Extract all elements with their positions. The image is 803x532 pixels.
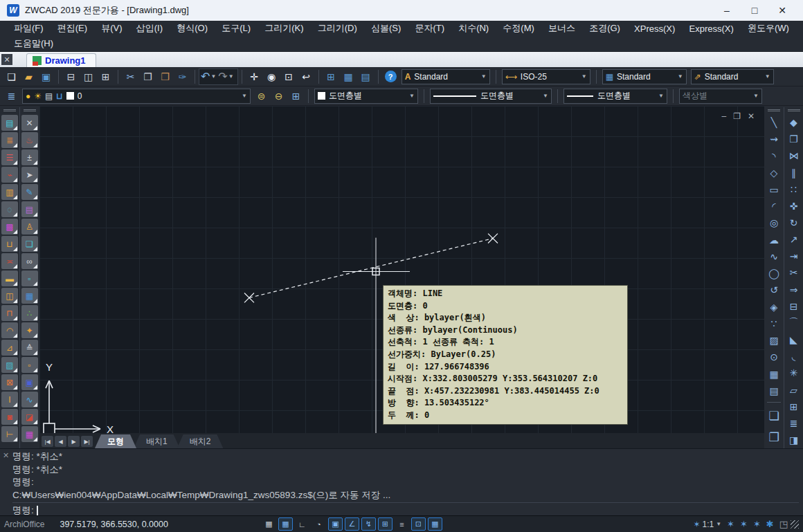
- menu-item-17[interactable]: 윈도우(W): [743, 22, 793, 35]
- trim-tool-button[interactable]: ✂: [786, 265, 802, 280]
- archi-tool-25-button[interactable]: ▤: [21, 201, 38, 217]
- archi-tool-19-button[interactable]: ⊢: [1, 426, 18, 442]
- archi-tool-12-button[interactable]: ⊓: [1, 305, 18, 321]
- doc-tab-drawing1[interactable]: Drawing1: [26, 53, 96, 67]
- new-file-button[interactable]: ❏: [3, 68, 20, 85]
- table-style-combo[interactable]: ▦ Standard ▼: [602, 69, 687, 84]
- annotation-scale-control[interactable]: ✶ 1:1 ▼: [693, 520, 721, 529]
- line-tool-button[interactable]: ╲: [766, 115, 782, 130]
- region-tool-button[interactable]: ▱: [786, 382, 802, 397]
- open-button[interactable]: ▰: [20, 68, 37, 85]
- toolbar-grip[interactable]: [788, 109, 800, 111]
- menu-item-15[interactable]: XPress(X): [630, 24, 679, 34]
- revision-cloud-tool-button[interactable]: ☁: [766, 232, 782, 248]
- command-prompt[interactable]: 명령:: [12, 502, 799, 517]
- plotstyle-combo[interactable]: 색상별 ▼: [679, 89, 762, 104]
- menu-item-16[interactable]: Express(X): [685, 24, 738, 34]
- arc-tool-button[interactable]: ◝: [766, 148, 782, 163]
- menu-item-1[interactable]: 파일(F): [10, 22, 48, 35]
- erase-tool-button[interactable]: ◆: [786, 115, 802, 130]
- menu-item-14[interactable]: 조경(G): [585, 22, 624, 35]
- doc-close-icon[interactable]: ✕: [1, 54, 12, 65]
- archi-tool-09-button[interactable]: ≍: [1, 253, 18, 269]
- viewport-toggle[interactable]: ▦: [428, 517, 442, 531]
- stretch-tool-button[interactable]: ⇥: [786, 248, 802, 264]
- point-tool-button[interactable]: ∵: [766, 316, 782, 331]
- save-button[interactable]: ▣: [37, 68, 55, 85]
- menu-item-8[interactable]: 그리기(D): [314, 22, 361, 35]
- cut-button[interactable]: ✂: [122, 68, 139, 85]
- archi-tool-30-button[interactable]: ▦: [21, 288, 38, 304]
- print-button[interactable]: ⊟: [62, 68, 80, 85]
- otrack-toggle[interactable]: ∠: [345, 517, 359, 531]
- chamfer-tool-button[interactable]: ◣: [786, 332, 802, 347]
- menu-item-11[interactable]: 치수(N): [454, 22, 493, 35]
- layout-tab-layout2[interactable]: 배치2: [177, 434, 224, 448]
- zoom-previous-button[interactable]: ↩: [298, 68, 315, 85]
- layer-combo[interactable]: ● ☀ ▤ ⊔ 0 ▼: [22, 89, 251, 104]
- properties-button[interactable]: ⊞: [323, 68, 340, 85]
- archi-tool-36-button[interactable]: ∿: [21, 392, 38, 407]
- archi-tool-37-button[interactable]: ◪: [21, 409, 38, 425]
- fullscreen-button[interactable]: ◳: [779, 519, 788, 529]
- toolbar-grip[interactable]: [24, 109, 36, 111]
- arc-start-end-tool-button[interactable]: ◜: [766, 199, 782, 214]
- mtext-tool-button[interactable]: ▤: [766, 383, 782, 398]
- layout-tab-model[interactable]: 모형: [95, 434, 136, 448]
- publish-button[interactable]: ⊞: [97, 68, 114, 85]
- tab-nav-prev-icon[interactable]: ◀: [55, 436, 66, 447]
- ortho-toggle[interactable]: ∟: [295, 517, 309, 531]
- command-panel[interactable]: ✕ 명령: *취소*명령: *취소*명령:C:₩Users₩ien004₩App…: [0, 448, 803, 515]
- layout-tab-layout1[interactable]: 배치1: [134, 434, 180, 448]
- fillet-tool-button[interactable]: ◟: [786, 349, 802, 364]
- help-button[interactable]: ?: [382, 68, 399, 85]
- archi-tool-13-button[interactable]: ◠: [1, 322, 18, 338]
- tab-nav-last-icon[interactable]: ▶|: [81, 436, 93, 447]
- archi-tool-16-button[interactable]: ⊠: [1, 374, 18, 390]
- boundary-tool-button[interactable]: ⊞: [786, 399, 802, 414]
- offset-tool-button[interactable]: ∥: [786, 165, 802, 180]
- spline-tool-button[interactable]: ∿: [766, 249, 782, 264]
- close-button[interactable]: ✕: [768, 1, 796, 19]
- archi-tool-31-button[interactable]: ∴: [21, 305, 38, 321]
- archi-tool-35-button[interactable]: ▣: [21, 374, 38, 390]
- snap-toggle[interactable]: ▦: [262, 517, 276, 531]
- edit-hatch-tool-button[interactable]: ◨: [786, 432, 802, 448]
- archi-tool-32-button[interactable]: ✦: [21, 322, 38, 338]
- menu-item-13[interactable]: 보너스: [544, 22, 579, 35]
- drawing-canvas[interactable]: – ❐ ✕: [39, 106, 764, 433]
- archi-tool-07-button[interactable]: ▩: [1, 219, 18, 235]
- extend-tool-button[interactable]: ⇒: [786, 282, 802, 297]
- lineweight-combo[interactable]: 도면층별 ▼: [563, 89, 667, 104]
- layer-states-button[interactable]: ⊞: [287, 88, 305, 104]
- join-tool-button[interactable]: ⌒: [786, 315, 802, 331]
- move-tool-button[interactable]: ✜: [786, 199, 802, 214]
- menu-item-help[interactable]: 도움말(H): [10, 37, 57, 50]
- dyn-toggle[interactable]: ⊞: [378, 517, 393, 531]
- toolbar-grip[interactable]: [3, 109, 16, 111]
- archi-tool-02-button[interactable]: ≣: [1, 132, 18, 148]
- insert-block-tool-button[interactable]: ◈: [766, 300, 782, 315]
- quickprop-toggle[interactable]: ⊡: [411, 517, 426, 531]
- polygon-tool-button[interactable]: ◇: [766, 165, 782, 181]
- copy-tool-button[interactable]: ❐: [786, 131, 802, 147]
- bring-to-front-tool-button[interactable]: ❏: [766, 406, 782, 426]
- print-preview-button[interactable]: ◫: [80, 68, 97, 85]
- array-tool-button[interactable]: ∷: [786, 182, 802, 197]
- esnap-toggle[interactable]: ↯: [361, 517, 376, 531]
- minimize-button[interactable]: –: [713, 1, 741, 19]
- osnap-toggle[interactable]: ▣: [328, 517, 343, 531]
- archi-tool-05-button[interactable]: ▥: [1, 184, 18, 200]
- annotation-auto-button[interactable]: ✶: [740, 519, 748, 529]
- zoom-realtime-button[interactable]: ◉: [263, 68, 280, 85]
- archi-tool-28-button[interactable]: ∞: [21, 253, 38, 269]
- polar-toggle[interactable]: ◔: [312, 517, 326, 531]
- menu-item-9[interactable]: 심볼(S): [367, 22, 405, 35]
- archi-tool-11-button[interactable]: ◫: [1, 288, 18, 304]
- settings-button[interactable]: ✱: [766, 519, 774, 529]
- archi-tool-21-button[interactable]: ♨: [21, 132, 38, 148]
- hatch-tool-button[interactable]: ▨: [766, 333, 782, 348]
- archi-tool-24-button[interactable]: ✎: [21, 184, 38, 200]
- layers-manager-button[interactable]: ≣: [3, 88, 20, 104]
- rotate-tool-button[interactable]: ↻: [786, 215, 802, 230]
